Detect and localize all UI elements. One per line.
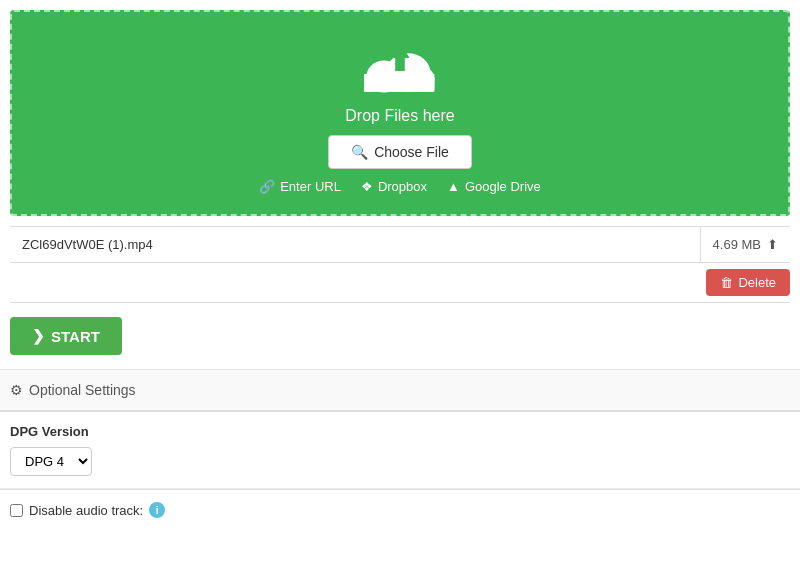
optional-settings-label: Optional Settings (29, 382, 136, 398)
delete-button[interactable]: 🗑 Delete (706, 269, 790, 296)
dropbox-icon: ❖ (361, 179, 373, 194)
dpg-version-label: DPG Version (10, 424, 790, 439)
cloud-upload-icon (360, 32, 440, 97)
enter-url-label: Enter URL (280, 179, 341, 194)
upload-zone: Drop Files here 🔍 Choose File 🔗 Enter UR… (10, 10, 790, 216)
choose-file-button[interactable]: 🔍 Choose File (328, 135, 472, 169)
disable-audio-checkbox[interactable] (10, 504, 23, 517)
search-icon: 🔍 (351, 144, 368, 160)
upload-complete-icon: ⬆ (767, 237, 778, 252)
dpg-version-section: DPG Version DPG 4 DPG 3 DPG 2 DPG 1 (0, 412, 800, 489)
delete-row: 🗑 Delete (10, 263, 790, 303)
file-row: ZCl69dVtW0E (1).mp4 4.69 MB ⬆ (10, 226, 790, 263)
url-links-row: 🔗 Enter URL ❖ Dropbox ▲ Google Drive (259, 179, 541, 194)
link-icon: 🔗 (259, 179, 275, 194)
dropbox-link[interactable]: ❖ Dropbox (361, 179, 427, 194)
enter-url-link[interactable]: 🔗 Enter URL (259, 179, 341, 194)
file-size-value: 4.69 MB (713, 237, 761, 252)
gear-icon: ⚙ (10, 382, 23, 398)
drop-files-text: Drop Files here (345, 107, 454, 125)
disable-audio-label: Disable audio track: (29, 503, 143, 518)
trash-icon: 🗑 (720, 275, 733, 290)
start-label: START (51, 328, 100, 345)
disable-audio-row: Disable audio track: i (0, 490, 800, 530)
file-size-display: 4.69 MB ⬆ (701, 227, 790, 262)
google-drive-label: Google Drive (465, 179, 541, 194)
svg-rect-4 (364, 76, 434, 92)
google-drive-icon: ▲ (447, 179, 460, 194)
file-name: ZCl69dVtW0E (1).mp4 (10, 227, 701, 262)
dropbox-label: Dropbox (378, 179, 427, 194)
start-icon: ❯ (32, 327, 45, 345)
start-row: ❯ START (0, 303, 800, 370)
optional-settings-section: ⚙ Optional Settings (0, 370, 800, 411)
start-button[interactable]: ❯ START (10, 317, 122, 355)
delete-label: Delete (738, 275, 776, 290)
google-drive-link[interactable]: ▲ Google Drive (447, 179, 541, 194)
dpg-version-select[interactable]: DPG 4 DPG 3 DPG 2 DPG 1 (10, 447, 92, 476)
optional-settings-title: ⚙ Optional Settings (10, 382, 790, 398)
audio-info-icon[interactable]: i (149, 502, 165, 518)
choose-file-label: Choose File (374, 144, 449, 160)
